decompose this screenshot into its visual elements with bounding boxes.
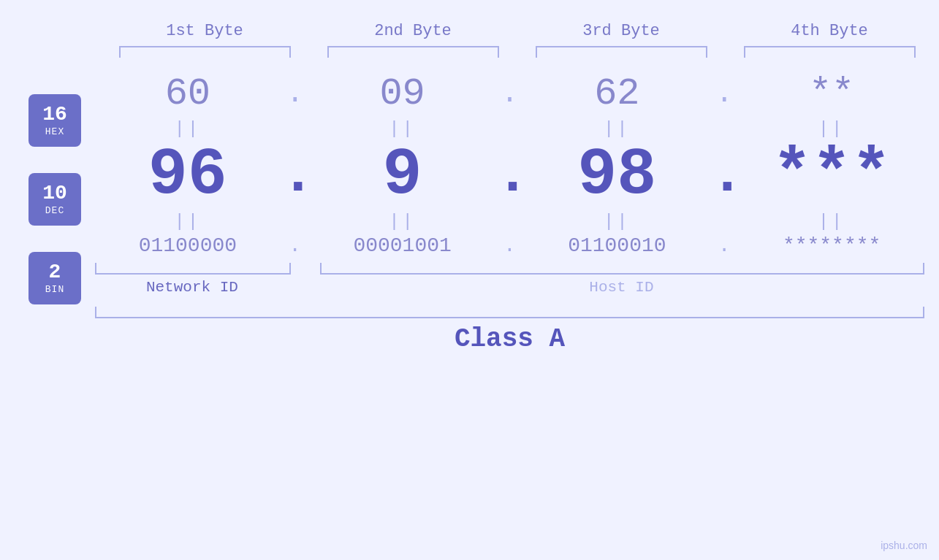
hex-byte2: 09 <box>310 72 495 115</box>
dec-row: 96 . 9 . 98 . *** <box>95 142 924 208</box>
main-container: 1st Byte 2nd Byte 3rd Byte 4th Byte 16 H… <box>0 0 939 560</box>
bin-sep1: . <box>281 234 310 257</box>
host-bracket <box>320 263 924 275</box>
hex-sep3: . <box>710 77 739 110</box>
dec-byte3: 98 <box>525 142 710 208</box>
network-id-label: Network ID <box>95 279 289 296</box>
hex-byte1: 60 <box>95 72 281 115</box>
hex-byte3: 62 <box>525 72 710 115</box>
bracket-byte1 <box>119 46 291 58</box>
bin-sep3: . <box>710 234 739 257</box>
bin-byte3: 01100010 <box>525 234 710 257</box>
dec-byte1: 96 <box>95 142 281 208</box>
hex-row: 60 . 09 . 62 . ** <box>95 72 924 115</box>
network-bracket <box>95 263 291 275</box>
equals-1-b3: || <box>525 119 710 139</box>
id-labels-row: Network ID Host ID <box>95 279 924 296</box>
equals-2-b3: || <box>525 212 710 231</box>
host-id-label: Host ID <box>319 279 924 296</box>
equals-2-b4: || <box>739 212 924 231</box>
equals-2-b2: || <box>310 212 495 231</box>
equals-1-b2: || <box>310 119 495 139</box>
dec-byte4: *** <box>739 142 924 208</box>
equals-row-2: || || || || <box>95 208 924 234</box>
byte1-label: 1st Byte <box>115 22 294 40</box>
equals-2-b1: || <box>95 212 281 231</box>
bin-byte2: 00001001 <box>310 234 495 257</box>
bracket-byte3 <box>536 46 707 58</box>
hex-sep2: . <box>495 77 525 110</box>
equals-1-b4: || <box>739 119 924 139</box>
byte3-label: 3rd Byte <box>532 22 711 40</box>
dec-badge: 10 DEC <box>28 173 81 226</box>
bracket-byte2 <box>327 46 499 58</box>
byte-labels-row: 1st Byte 2nd Byte 3rd Byte 4th Byte <box>115 22 919 40</box>
main-area: 16 HEX 10 DEC 2 BIN 60 <box>0 72 939 354</box>
dec-sep1: . <box>281 142 310 208</box>
hex-badge: 16 HEX <box>28 94 81 147</box>
attribution: ipshu.com <box>881 540 927 551</box>
bin-sep2: . <box>495 234 525 257</box>
class-bracket <box>95 307 924 318</box>
badges-column: 16 HEX 10 DEC 2 BIN <box>0 72 95 354</box>
hex-byte4: ** <box>739 72 924 115</box>
dec-sep3: . <box>710 142 739 208</box>
bin-byte1: 01100000 <box>95 234 281 257</box>
top-brackets-row <box>115 46 919 58</box>
equals-1-b1: || <box>95 119 281 139</box>
bin-byte4: ******** <box>739 234 924 257</box>
data-area: 60 . 09 . 62 . ** <box>95 72 924 354</box>
bracket-byte4 <box>744 46 916 58</box>
byte4-label: 4th Byte <box>740 22 919 40</box>
class-a-label: Class A <box>455 324 565 354</box>
byte2-label: 2nd Byte <box>324 22 503 40</box>
hex-sep1: . <box>281 77 310 110</box>
class-label-row: Class A <box>95 324 924 354</box>
dec-sep2: . <box>495 142 525 208</box>
bin-badge: 2 BIN <box>28 252 81 304</box>
bottom-brackets-row <box>95 263 924 275</box>
bin-row: 01100000 . 00001001 . 01100010 . <box>95 234 924 257</box>
dec-byte2: 9 <box>310 142 495 208</box>
